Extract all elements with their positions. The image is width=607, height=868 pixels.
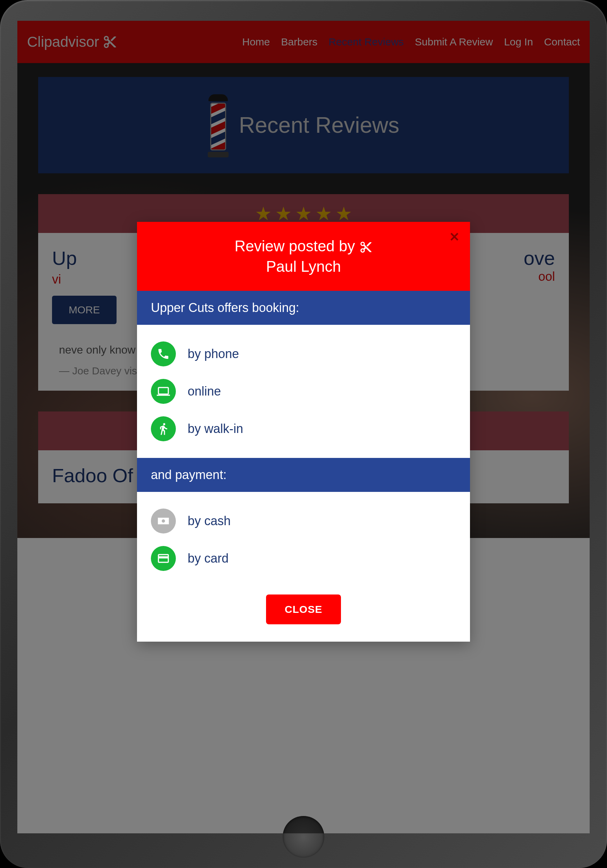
scissors-icon xyxy=(359,240,373,254)
close-button[interactable]: CLOSE xyxy=(266,595,341,624)
laptop-icon xyxy=(151,379,176,404)
payment-header: and payment: xyxy=(137,458,470,492)
booking-list: by phone online by walk-in xyxy=(137,325,470,458)
phone-icon xyxy=(151,341,176,366)
payment-label: by cash xyxy=(188,514,231,528)
tablet-frame: Clipadvisor Home Barbers Recent Reviews … xyxy=(0,0,607,868)
close-icon[interactable]: ✕ xyxy=(449,229,460,246)
payment-list: by cash by card xyxy=(137,492,470,587)
reviewer-name: Paul Lynch xyxy=(266,258,341,275)
payment-label: by card xyxy=(188,551,228,566)
payment-option-card: by card xyxy=(151,540,456,577)
modal-footer: CLOSE xyxy=(137,587,470,642)
card-icon xyxy=(151,546,176,571)
modal-header: ✕ Review posted by Paul Lynch xyxy=(137,222,470,291)
review-modal: ✕ Review posted by Paul Lynch Upper Cuts… xyxy=(137,222,470,642)
booking-label: online xyxy=(188,384,221,398)
walk-icon xyxy=(151,416,176,441)
booking-label: by phone xyxy=(188,347,239,361)
posted-by-label: Review posted by xyxy=(234,237,355,254)
payment-option-cash: by cash xyxy=(151,502,456,540)
booking-header: Upper Cuts offers booking: xyxy=(137,291,470,325)
booking-option-phone: by phone xyxy=(151,335,456,373)
screen: Clipadvisor Home Barbers Recent Reviews … xyxy=(17,21,590,833)
cash-icon xyxy=(151,508,176,533)
booking-option-online: online xyxy=(151,373,456,410)
booking-option-walkin: by walk-in xyxy=(151,410,456,448)
booking-label: by walk-in xyxy=(188,422,243,436)
